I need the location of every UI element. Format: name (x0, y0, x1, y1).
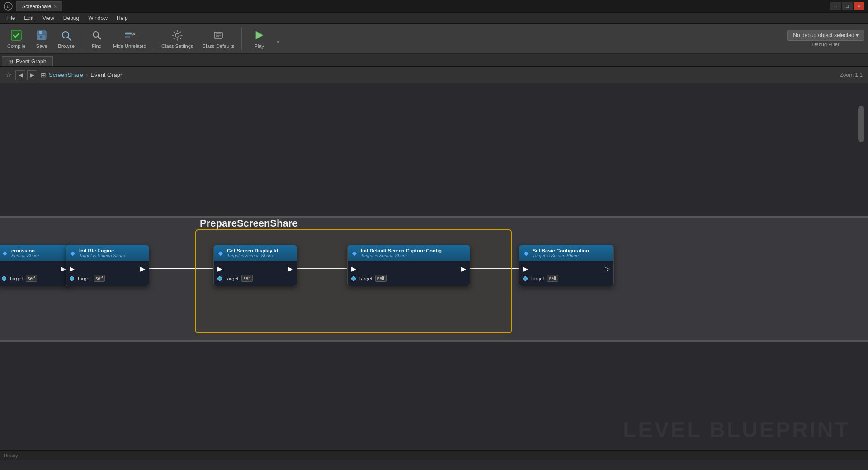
node-permission-target-row: Target self (0, 274, 70, 283)
graph-grid-icon: ⊞ (9, 58, 13, 65)
target-label: Target (225, 276, 239, 281)
class-settings-button[interactable]: Class Settings (158, 25, 197, 52)
hide-unrelated-button[interactable]: Hide Unrelated (109, 25, 150, 52)
node-init-rtc-diamond-icon (71, 250, 76, 256)
exec-out-pin-triangle[interactable]: ▷ (605, 265, 610, 272)
menu-edit[interactable]: Edit (19, 14, 38, 22)
svg-marker-20 (256, 31, 263, 39)
tab-label: ScreenShare (22, 4, 51, 9)
maximize-button[interactable]: □ (842, 2, 853, 10)
node-get-screen-diamond-icon (218, 250, 224, 256)
class-defaults-icon (211, 28, 226, 43)
node-permission-diamond-icon (3, 250, 9, 256)
canvas-middle-panel: PrepareScreenShare ermission Screen Shar… (0, 217, 868, 342)
node-set-basic-title: Set Basic Configuration (533, 248, 589, 253)
exec-in-pin[interactable]: ▶ (70, 265, 75, 272)
resize-handle-top[interactable] (0, 216, 868, 218)
target-value: self (375, 275, 387, 282)
svg-rect-4 (39, 31, 42, 34)
node-init-default-body: ▶ ▶ Target self (348, 261, 470, 286)
target-pin-object[interactable] (351, 276, 356, 281)
node-init-default-target-row: Target self (348, 274, 470, 283)
debug-filter-label: Debug Filter (812, 42, 840, 47)
node-set-basic[interactable]: Set Basic Configuration Target is Screen… (519, 245, 614, 286)
svg-rect-11 (125, 33, 132, 34)
close-button[interactable]: × (854, 2, 864, 10)
toolbar-separator-1 (82, 27, 82, 50)
class-settings-label: Class Settings (161, 43, 193, 49)
blueprint-grid-icon: ⊞ (41, 71, 46, 79)
target-pin-object[interactable] (217, 276, 222, 281)
browse-button[interactable]: Browse (54, 25, 78, 52)
resize-handle-bottom[interactable] (0, 340, 868, 342)
toolbar: Compile Save Browse (0, 24, 868, 54)
node-permission-title: ermission (11, 248, 39, 253)
bookmark-icon[interactable]: ☆ (5, 71, 12, 79)
tab-close-btn[interactable]: × (54, 4, 57, 9)
node-init-default-title: Init Default Screen Capture Config (361, 248, 442, 253)
svg-rect-2 (11, 30, 21, 40)
window-controls: ─ □ × (830, 2, 864, 10)
event-graph-tab[interactable]: ⊞ Event Graph (2, 56, 53, 66)
node-get-screen[interactable]: Get Screen Display Id Target is Screen S… (213, 245, 297, 286)
target-pin-object[interactable] (523, 276, 528, 281)
menu-view[interactable]: View (38, 14, 59, 22)
breadcrumb-forward-button[interactable]: ▶ (27, 70, 37, 80)
node-init-default[interactable]: Init Default Screen Capture Config Targe… (347, 245, 470, 286)
menu-window[interactable]: Window (84, 14, 112, 22)
hide-unrelated-icon (123, 28, 137, 43)
play-dropdown-arrow[interactable]: ▼ (274, 33, 282, 45)
breadcrumb-navigation: ◀ ▶ (15, 70, 37, 80)
toolbar-separator-3 (241, 27, 242, 50)
node-init-rtc-header: Init Rtc Engine Target is Screen Share (66, 245, 149, 261)
target-value: self (94, 275, 105, 282)
hide-unrelated-label: Hide Unrelated (113, 43, 146, 49)
exec-out-pin[interactable]: ▶ (140, 265, 145, 272)
exec-in-pin[interactable]: ▶ (351, 265, 356, 272)
exec-in-pin[interactable]: ▶ (217, 265, 222, 272)
find-button[interactable]: Find (86, 25, 108, 52)
blueprint-canvas[interactable]: PrepareScreenShare ermission Screen Shar… (0, 83, 868, 460)
breadcrumb-back-button[interactable]: ◀ (15, 70, 25, 80)
svg-line-10 (98, 36, 100, 39)
target-pin-object[interactable] (70, 276, 74, 281)
svg-line-8 (68, 37, 71, 40)
target-value: self (26, 275, 38, 282)
exec-in-pin[interactable]: ▶ (523, 265, 528, 272)
menu-help[interactable]: Help (112, 14, 132, 22)
class-defaults-button[interactable]: Class Defaults (198, 25, 238, 52)
ue-logo: U (4, 2, 13, 11)
svg-point-15 (175, 33, 179, 37)
event-graph-tab-label: Event Graph (16, 58, 46, 65)
main-tab[interactable]: ScreenShare × (16, 1, 62, 11)
breadcrumb-root[interactable]: ScreenShare (49, 71, 83, 78)
compile-label: Compile (7, 43, 25, 49)
minimize-button[interactable]: ─ (830, 2, 841, 10)
compile-button[interactable]: Compile (4, 25, 29, 52)
node-init-rtc[interactable]: Init Rtc Engine Target is Screen Share ▶… (66, 245, 149, 286)
exec-out-pin[interactable]: ▶ (461, 265, 466, 272)
target-label: Target (77, 276, 91, 281)
menu-file[interactable]: File (2, 14, 19, 22)
compile-icon (9, 28, 24, 43)
svg-rect-12 (125, 36, 130, 38)
exec-out-pin[interactable]: ▶ (288, 265, 293, 272)
status-bar: Ready (0, 450, 868, 460)
node-init-default-exec-row: ▶ ▶ (348, 264, 470, 274)
play-label: Play (255, 43, 264, 49)
save-button[interactable]: Save (31, 25, 52, 52)
target-pin-object[interactable] (2, 276, 6, 281)
target-label: Target (530, 276, 544, 281)
debug-object-button[interactable]: No debug object selected ▾ (787, 30, 864, 41)
menu-debug[interactable]: Debug (59, 14, 84, 22)
breadcrumb-bar: ☆ ◀ ▶ ⊞ ScreenShare › Event Graph Zoom 1… (0, 67, 868, 83)
browse-icon (59, 28, 74, 43)
node-get-screen-body: ▶ ▶ Target self (214, 261, 297, 286)
node-permission-subtitle: Screen Share (11, 253, 39, 258)
scroll-thumb[interactable] (858, 106, 864, 142)
node-init-default-diamond-icon (352, 250, 358, 256)
play-button[interactable]: Play (245, 25, 273, 52)
node-set-basic-exec-row: ▶ ▷ (519, 264, 613, 274)
node-permission[interactable]: ermission Screen Share ▶ Target self (0, 245, 70, 286)
node-set-basic-subtitle: Target is Screen Share (533, 253, 589, 258)
